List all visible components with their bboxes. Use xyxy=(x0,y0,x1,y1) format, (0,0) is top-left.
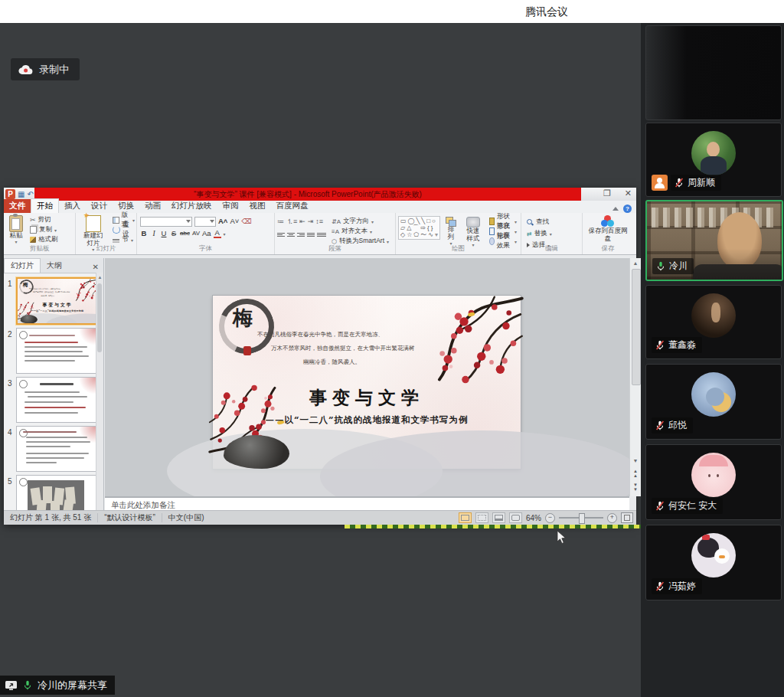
status-bar: 幻灯片 第 1 张, 共 51 张 “默认设计模板” 中文(中国) 64% − … xyxy=(4,510,636,525)
close-button[interactable]: ✕ xyxy=(625,188,632,198)
panel-tab-outline[interactable]: 大纲 xyxy=(41,259,68,273)
group-label-save: 保存 xyxy=(583,244,633,254)
next-slide-button[interactable]: ▼▼ xyxy=(630,483,641,493)
help-icon[interactable]: ? xyxy=(623,205,632,213)
thumb-number: 2 xyxy=(8,330,12,339)
thumb-number: 5 xyxy=(8,477,12,486)
slide-editing-area[interactable]: 梅 不在与凡桃俗李在春光中争艳，而是在天寒地冻、 万木不禁寒风时，独自傲然挺立，… xyxy=(105,258,629,496)
text-direction-button[interactable]: ⇵A 文字方向▾ xyxy=(330,217,390,226)
slide-thumbnail-2[interactable] xyxy=(16,328,97,374)
slide-thumbnail-4[interactable] xyxy=(16,426,97,472)
indent-decrease-icon[interactable]: ⇤ xyxy=(299,218,305,225)
previous-slide-button[interactable]: ▲▲ xyxy=(630,469,641,479)
strikethrough-button[interactable]: S xyxy=(170,229,178,238)
ribbon-tab-row: 文件 开始 插入 设计 切换 动画 幻灯片放映 审阅 视图 百度网盘 ? xyxy=(4,201,636,214)
participant-name: 冷川 xyxy=(669,260,688,273)
tab-baidu-netdisk[interactable]: 百度网盘 xyxy=(271,199,314,213)
grow-font-button[interactable]: A˄ xyxy=(218,217,227,226)
columns-icon[interactable] xyxy=(317,233,326,237)
participant-tile-fengruting[interactable]: 冯茹婷 xyxy=(645,525,782,600)
find-button[interactable]: 查找 xyxy=(525,218,554,227)
panel-scrollbar[interactable]: ▲ xyxy=(96,273,103,510)
scroll-up-icon[interactable]: ▲ xyxy=(630,258,641,268)
participant-tile-lengchuan[interactable]: 冷川 xyxy=(645,200,783,281)
justify-icon[interactable] xyxy=(307,233,315,237)
slide-scrollbar[interactable]: ▲ ▼ ▲▲ ▼▼ xyxy=(629,258,641,496)
tab-slideshow[interactable]: 幻灯片放映 xyxy=(166,199,217,213)
change-case-button[interactable]: Aa xyxy=(202,229,211,238)
find-icon xyxy=(527,219,534,226)
font-size-select[interactable] xyxy=(194,217,216,227)
tab-review[interactable]: 审阅 xyxy=(217,199,244,213)
normal-view-button[interactable] xyxy=(459,512,472,523)
arrange-button[interactable]: 排列▾ xyxy=(443,216,459,247)
fit-to-window-button[interactable] xyxy=(621,512,633,523)
notes-pane[interactable]: 单击此处添加备注 xyxy=(105,496,629,512)
paste-button[interactable]: 粘贴▾ xyxy=(7,214,25,246)
bullets-icon[interactable]: ≔ xyxy=(277,218,284,225)
participant-tile-partial[interactable] xyxy=(645,25,782,120)
tab-design[interactable]: 设计 xyxy=(86,199,113,213)
save-to-netdisk-button[interactable]: 保存到百度网盘 xyxy=(583,214,632,244)
replace-button[interactable]: ⇄ 替换▾ xyxy=(525,229,554,238)
powerpoint-logo-icon: P xyxy=(5,189,15,199)
zoom-slider-thumb[interactable] xyxy=(579,513,585,524)
slide-canvas[interactable]: 梅 不在与凡桃俗李在春光中争艳，而是在天寒地冻、 万木不禁寒风时，独自傲然挺立，… xyxy=(213,296,521,469)
align-right-icon[interactable] xyxy=(297,233,305,237)
clear-formatting-button[interactable]: ⌫ xyxy=(241,217,251,226)
slide-thumbnail-1[interactable]: 梅 不在与凡桃俗李在春光中争艳，而是在天寒地冻、 万木不禁寒风时，独自傲然挺立，… xyxy=(16,277,99,325)
tab-insert[interactable]: 插入 xyxy=(59,199,86,213)
align-center-icon[interactable] xyxy=(287,233,295,237)
shapes-gallery[interactable]: ▭◯╲╲□○ ▱△⌒⇨{} ◇☆⬠〜∿▾ xyxy=(398,216,440,240)
participant-tile-heanren[interactable]: 何安仁 安大 xyxy=(645,444,782,520)
panel-tab-slides[interactable]: 幻灯片 xyxy=(4,258,41,273)
reading-view-button[interactable] xyxy=(492,512,505,523)
slide-sorter-view-button[interactable] xyxy=(475,512,488,523)
zoom-out-button[interactable]: − xyxy=(545,513,555,523)
align-left-icon[interactable] xyxy=(277,233,285,237)
panel-close-icon[interactable]: ✕ xyxy=(88,261,103,273)
align-text-button[interactable]: ≡A 对齐文本▾ xyxy=(330,227,390,236)
copy-button[interactable]: 复制▾ xyxy=(28,225,60,234)
underline-button[interactable]: U xyxy=(160,229,168,238)
participant-tile-zhouxinshun[interactable]: 周新顺 xyxy=(645,123,782,197)
zoom-in-button[interactable]: + xyxy=(607,513,617,523)
slide-thumbnail-5[interactable] xyxy=(16,475,97,510)
tab-file[interactable]: 文件 xyxy=(4,199,31,213)
cut-button[interactable]: ✂ 剪切 xyxy=(28,215,60,224)
shape-fill-icon xyxy=(489,218,495,225)
shrink-font-button[interactable]: A˅ xyxy=(230,217,239,226)
ribbon-group-slides: 新建幻灯片▾ 版式▾ 重设 xyxy=(76,213,137,254)
reset-button[interactable]: 重设 xyxy=(111,225,136,234)
scrollbar-thumb[interactable] xyxy=(632,269,641,385)
slide-thumbnail-3[interactable] xyxy=(16,377,97,423)
font-name-select[interactable] xyxy=(140,217,192,227)
abc-strike-button[interactable]: abc xyxy=(180,229,190,238)
poem-line: 幽幽冷香，随风袭人。 xyxy=(303,358,361,366)
participant-tile-dongxinmiao[interactable]: 董鑫淼 xyxy=(645,285,782,359)
participants-panel: 周新顺 冷川 xyxy=(641,23,784,697)
participant-tile-qiuyue[interactable]: 邱悦 xyxy=(645,364,782,440)
character-spacing-button[interactable]: AV xyxy=(192,229,200,238)
participant-name: 周新顺 xyxy=(688,176,715,189)
scroll-down-icon[interactable]: ▼ xyxy=(630,456,641,466)
screen-share-icon xyxy=(5,680,18,691)
restore-button[interactable]: ❐ xyxy=(603,188,611,198)
zoom-slider[interactable] xyxy=(559,517,603,519)
font-color-button[interactable]: A xyxy=(214,229,221,238)
recording-badge[interactable]: 录制中 xyxy=(11,58,80,80)
tab-view[interactable]: 视图 xyxy=(244,199,271,213)
format-painter-button[interactable]: 格式刷 xyxy=(28,235,60,244)
collapse-ribbon-icon[interactable] xyxy=(612,207,619,211)
line-spacing-icon[interactable]: ↕≡ xyxy=(315,218,323,225)
bold-button[interactable]: B xyxy=(140,229,148,238)
app-titlebar: 腾讯会议 xyxy=(0,0,784,23)
indent-increase-icon[interactable]: ⇥ xyxy=(308,218,314,225)
italic-button[interactable]: I xyxy=(150,229,158,238)
tab-animations[interactable]: 动画 xyxy=(139,199,166,213)
section-button[interactable]: 节▾ xyxy=(111,235,136,244)
save-icon[interactable]: ▦ xyxy=(18,189,24,199)
numbering-icon[interactable]: ⒈≡ xyxy=(286,217,297,227)
slideshow-view-button[interactable] xyxy=(509,512,522,523)
tab-home[interactable]: 开始 xyxy=(31,198,59,213)
